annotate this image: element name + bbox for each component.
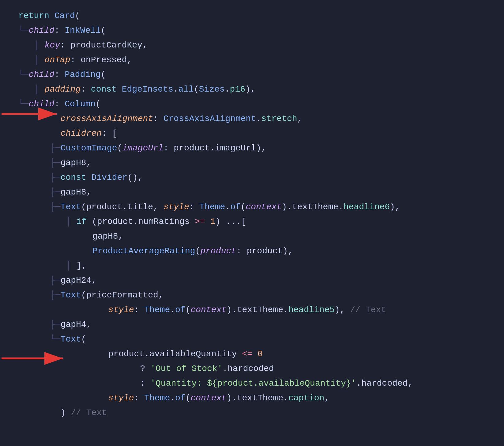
token: of bbox=[175, 393, 186, 403]
token: ). bbox=[227, 305, 237, 315]
code-line-l27: style: Theme.of(context).textTheme.capti… bbox=[18, 391, 498, 406]
token: ( bbox=[117, 143, 122, 153]
token: . bbox=[283, 393, 288, 403]
token: : bbox=[164, 143, 174, 153]
tree-prefix: │ bbox=[34, 85, 45, 94]
line-content-l25: ? 'Out of Stock'.hardcoded bbox=[130, 362, 274, 376]
tree-prefix: │ bbox=[34, 40, 45, 50]
token: gapH8 bbox=[92, 232, 118, 241]
tree-prefix: ├─ bbox=[50, 320, 61, 329]
token: ( bbox=[92, 217, 97, 226]
token: : bbox=[60, 40, 70, 50]
token: : bbox=[55, 26, 65, 35]
line-content-l23: └─Text( bbox=[50, 333, 86, 346]
line-content-l13: ├─gapH8, bbox=[50, 186, 91, 199]
token: ), bbox=[245, 85, 256, 94]
token: child bbox=[29, 26, 55, 35]
token: style bbox=[164, 202, 189, 212]
token: caption bbox=[288, 393, 325, 403]
tree-prefix: ├─ bbox=[50, 187, 61, 197]
token: product.availableQuantity bbox=[217, 379, 346, 388]
code-line-l20: ├─Text(priceFormatted, bbox=[18, 289, 498, 303]
token: Card bbox=[55, 11, 75, 21]
token: const bbox=[91, 85, 122, 94]
token: : bbox=[70, 55, 81, 65]
token: InkWell bbox=[65, 26, 101, 35]
code-line-l4: │ onTap: onPressed, bbox=[18, 53, 498, 68]
code-line-l6: │ padding: const EdgeInsets.all(Sizes.p1… bbox=[18, 83, 498, 97]
line-content-l27: style: Theme.of(context).textTheme.capti… bbox=[98, 391, 329, 405]
tree-prefix bbox=[50, 114, 61, 123]
token: <= bbox=[242, 349, 257, 359]
token: textTheme bbox=[237, 393, 283, 403]
token: of bbox=[230, 202, 241, 212]
token: .hardcoded bbox=[356, 379, 408, 388]
tree-prefix bbox=[50, 129, 61, 138]
tree-prefix: ├─ bbox=[50, 143, 61, 153]
token: ( bbox=[101, 26, 106, 35]
token: . bbox=[225, 202, 230, 212]
code-line-l25: ? 'Out of Stock'.hardcoded bbox=[18, 362, 498, 377]
token: style bbox=[108, 393, 134, 403]
token: productCardKey bbox=[70, 40, 142, 50]
token: gapH4 bbox=[61, 320, 86, 329]
token: ( bbox=[194, 85, 199, 94]
token: of bbox=[175, 305, 186, 315]
token: context bbox=[246, 202, 282, 212]
token: 1 bbox=[210, 217, 216, 226]
code-line-l12: ├─const Divider(), bbox=[18, 171, 498, 186]
tree-prefix: ├─ bbox=[50, 173, 61, 182]
token: ( bbox=[241, 202, 246, 212]
token: ). bbox=[227, 393, 237, 403]
token: ( bbox=[81, 290, 86, 300]
token: product.imageUrl bbox=[174, 143, 256, 153]
token: ), bbox=[335, 305, 350, 315]
token: product.availableQuantity bbox=[108, 349, 242, 359]
line-content-l7: └─child: Column( bbox=[18, 97, 101, 111]
token: }' bbox=[346, 379, 356, 388]
token: , bbox=[86, 158, 92, 168]
token: crossAxisAlignment bbox=[61, 114, 153, 123]
token: ( bbox=[195, 246, 201, 256]
token: .hardcoded bbox=[222, 364, 274, 373]
code-editor: return Card(└─child: InkWell(│ key: prod… bbox=[0, 0, 504, 446]
token: gapH8 bbox=[61, 158, 86, 168]
code-line-l26: : 'Quantity: ${product.availableQuantity… bbox=[18, 377, 498, 391]
token: textTheme bbox=[237, 305, 283, 315]
token: >= bbox=[195, 217, 210, 226]
line-content-l24: product.availableQuantity <= 0 bbox=[98, 347, 263, 361]
code-line-l24: product.availableQuantity <= 0 bbox=[18, 347, 498, 362]
tree-prefix: └─ bbox=[18, 70, 29, 79]
token: , bbox=[297, 114, 303, 123]
token: Theme bbox=[144, 305, 170, 315]
token: return bbox=[18, 11, 55, 21]
token: CustomImage bbox=[61, 143, 117, 153]
token: key bbox=[45, 40, 60, 50]
line-content-l16: gapH8, bbox=[82, 230, 123, 244]
tree-prefix: ├─ bbox=[50, 276, 61, 285]
code-line-l11: ├─gapH8, bbox=[18, 156, 498, 171]
code-line-l16: gapH8, bbox=[18, 230, 498, 244]
code-line-l8: crossAxisAlignment: CrossAxisAlignment.s… bbox=[18, 112, 498, 127]
token: . bbox=[338, 202, 344, 212]
tree-prefix: ├─ bbox=[50, 158, 61, 168]
token: : bbox=[55, 70, 65, 79]
token: context bbox=[190, 305, 227, 315]
line-content-l12: ├─const Divider(), bbox=[50, 171, 143, 185]
line-content-l5: └─child: Padding( bbox=[18, 68, 106, 82]
token: ( bbox=[81, 334, 86, 344]
token: : bbox=[134, 393, 145, 403]
code-line-l14: ├─Text(product.title, style: Theme.of(co… bbox=[18, 200, 498, 215]
line-content-l14: ├─Text(product.title, style: Theme.of(co… bbox=[50, 200, 400, 214]
token: if bbox=[77, 217, 92, 226]
line-content-l8: crossAxisAlignment: CrossAxisAlignment.s… bbox=[50, 112, 302, 126]
line-content-l1: return Card( bbox=[18, 9, 80, 23]
tree-prefix bbox=[130, 379, 140, 388]
token: ( bbox=[75, 11, 80, 21]
token: , bbox=[86, 187, 92, 197]
token: , bbox=[324, 393, 329, 403]
tree-prefix bbox=[98, 393, 108, 403]
code-line-l15: │ if (product.numRatings >= 1) ...[ bbox=[18, 215, 498, 230]
tree-prefix: ├─ bbox=[50, 290, 61, 300]
tree-prefix: ├─ bbox=[50, 202, 61, 212]
